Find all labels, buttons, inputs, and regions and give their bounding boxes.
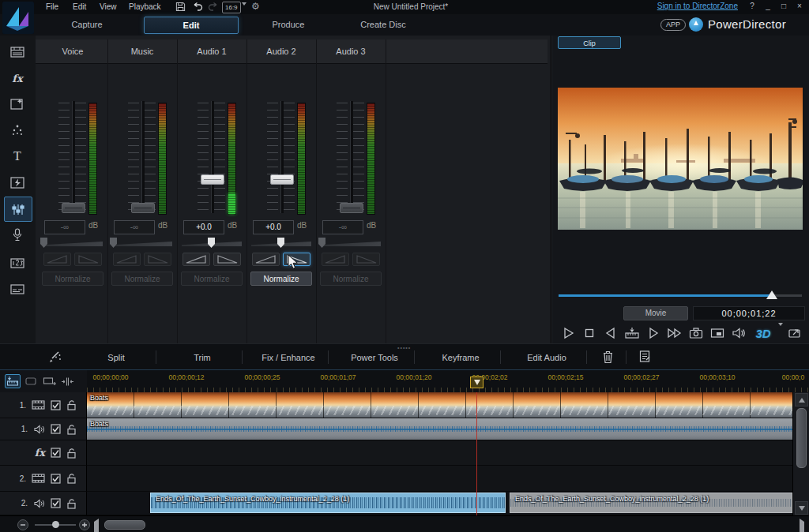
volume-fader-handle[interactable] (270, 174, 294, 185)
menu-file[interactable]: File (41, 0, 63, 14)
menu-playback[interactable]: Playback (124, 0, 166, 14)
add-track-tool[interactable] (41, 374, 57, 388)
minimize-button[interactable]: _ (762, 0, 774, 14)
power-tools-button[interactable]: Power Tools (339, 350, 410, 365)
fade-out-button[interactable] (283, 253, 310, 266)
fade-out-button[interactable] (74, 253, 102, 266)
timecode-display[interactable]: 00;00;01;22 (693, 306, 805, 320)
3d-dropdown-icon[interactable] (778, 326, 783, 340)
trim-button[interactable]: Trim (167, 350, 238, 365)
track-header-audio2[interactable]: 2. (0, 492, 87, 515)
zoom-in-button[interactable] (79, 519, 90, 530)
volume-fader-handle[interactable] (131, 203, 155, 213)
track-lock-icon[interactable] (66, 473, 77, 484)
step-marker-button[interactable] (623, 324, 642, 342)
close-button[interactable]: × (793, 0, 806, 14)
tab-clip[interactable]: Clip (558, 36, 621, 49)
sidebar-item-voice-over-room[interactable] (4, 223, 31, 246)
zoom-out-button[interactable] (17, 519, 28, 530)
scroll-down-icon[interactable] (795, 501, 808, 515)
snapshot-button[interactable] (687, 324, 706, 342)
delete-trash-icon[interactable] (602, 350, 614, 364)
sidebar-item-chapter-room[interactable] (4, 251, 31, 275)
play-button[interactable] (559, 324, 578, 342)
preview-seek-bar[interactable] (559, 290, 802, 300)
undock-preview-button[interactable] (785, 324, 804, 342)
normalize-button[interactable]: Normalize (320, 272, 382, 286)
production-notes-icon[interactable] (638, 350, 651, 363)
gain-value[interactable]: -∞ (44, 220, 85, 234)
zoom-slider-handle[interactable] (52, 521, 59, 528)
track-header-video1[interactable]: 1. (0, 392, 87, 418)
seek-handle[interactable] (766, 290, 777, 299)
maximize-button[interactable]: □ (777, 0, 790, 14)
horizontal-scroll-thumb[interactable] (104, 520, 145, 530)
sidebar-item-media-room[interactable] (4, 40, 31, 64)
track-header-fx[interactable]: fx (0, 440, 87, 466)
track-fx[interactable] (87, 440, 792, 466)
track-audio2[interactable]: Ends_Of_The_Earth_Sunset_Cowboy_instrume… (87, 492, 792, 515)
tab-create-disc[interactable]: Create Disc (340, 17, 427, 32)
help-button[interactable]: ? (746, 0, 758, 14)
normalize-button[interactable]: Normalize (42, 272, 103, 286)
scroll-left-icon[interactable] (94, 522, 99, 532)
settings-gear-icon[interactable]: ⚙ (251, 1, 260, 12)
aspect-ratio-selector[interactable]: 16:9 (222, 2, 241, 13)
sidebar-item-subtitle-room[interactable] (4, 277, 31, 301)
vertical-scroll-thumb[interactable] (796, 408, 807, 468)
track-lock-icon[interactable] (66, 424, 77, 435)
magic-tools-icon[interactable] (47, 350, 62, 364)
volume-fader-handle[interactable] (62, 203, 85, 213)
edit-audio-button[interactable]: Edit Audio (511, 350, 582, 365)
sidebar-item-transition-room[interactable] (4, 170, 31, 194)
sidebar-item-pip-objects-room[interactable] (4, 92, 31, 116)
pan-slider-handle[interactable] (277, 238, 284, 248)
stop-button[interactable] (580, 324, 599, 342)
fade-out-button[interactable] (144, 253, 171, 266)
pan-slider-handle[interactable] (40, 238, 47, 248)
precision-cut-tool[interactable] (59, 374, 75, 388)
menu-view[interactable]: View (95, 0, 122, 14)
music-clip[interactable]: Ends_Of_The_Earth_Sunset_Cowboy_instrume… (510, 493, 792, 513)
audio-clip-boats[interactable] (87, 418, 792, 440)
volume-fader-handle[interactable] (340, 203, 363, 213)
track-enable-checkbox[interactable] (51, 400, 61, 410)
pan-slider-handle[interactable] (110, 238, 117, 248)
scroll-right-icon[interactable] (800, 522, 804, 532)
timeline-ruler-tool[interactable] (5, 374, 21, 388)
gain-value[interactable]: +0.0 (183, 220, 224, 234)
previous-frame-button[interactable] (601, 324, 620, 342)
track-video1[interactable]: Boats (87, 392, 792, 418)
preview-window-button[interactable] (708, 324, 727, 342)
tab-movie[interactable]: Movie (623, 306, 688, 320)
fade-in-button[interactable] (252, 253, 280, 266)
track-lock-icon[interactable] (66, 498, 77, 509)
track-audio1[interactable]: Boats (87, 418, 792, 440)
sidebar-item-title-room[interactable]: T (4, 144, 31, 168)
gain-value[interactable]: +0.0 (253, 220, 294, 234)
timeline-vertical-scrollbar[interactable] (792, 392, 809, 515)
normalize-button[interactable]: Normalize (181, 272, 243, 286)
redo-icon[interactable] (208, 2, 219, 12)
tab-produce[interactable]: Produce (249, 17, 328, 32)
normalize-button[interactable]: Normalize (250, 272, 312, 286)
keyframe-button[interactable]: Keyframe (425, 350, 496, 365)
track-enable-checkbox[interactable] (51, 424, 61, 434)
tab-edit[interactable]: Edit (144, 17, 239, 34)
tab-capture[interactable]: Capture (47, 17, 126, 32)
track-lock-icon[interactable] (66, 399, 77, 410)
range-select-tool[interactable] (23, 374, 39, 388)
sidebar-item-audio-mixing-room[interactable] (4, 197, 32, 222)
track-header-audio1[interactable]: 1. (0, 418, 87, 440)
fade-out-button[interactable] (213, 253, 241, 266)
fade-in-button[interactable] (182, 253, 210, 266)
track-enable-checkbox[interactable] (51, 474, 61, 484)
normalize-button[interactable]: Normalize (111, 272, 173, 286)
fade-in-button[interactable] (322, 253, 349, 266)
scroll-up-icon[interactable] (795, 393, 808, 406)
volume-button[interactable] (729, 324, 748, 342)
fast-forward-button[interactable] (665, 324, 684, 342)
playhead-marker[interactable] (470, 377, 484, 388)
pan-slider-handle[interactable] (208, 238, 215, 248)
track-header-video2[interactable]: 2. (0, 466, 87, 492)
